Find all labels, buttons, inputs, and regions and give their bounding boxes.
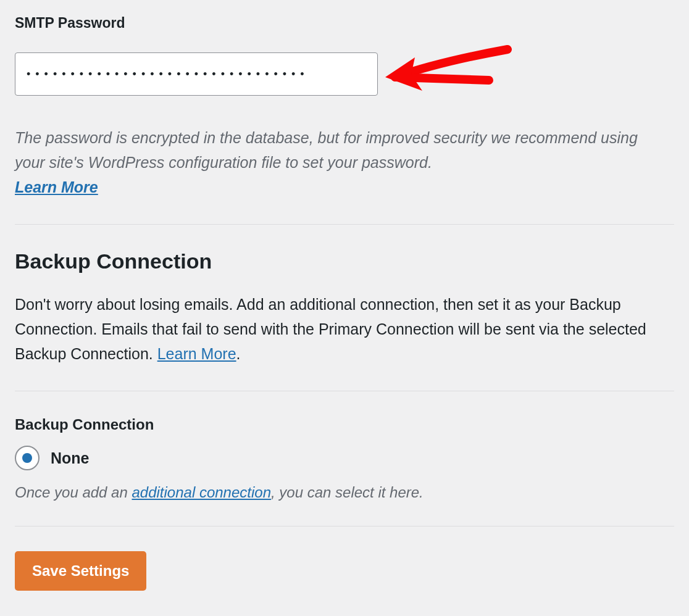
additional-connection-link[interactable]: additional connection <box>132 484 271 501</box>
backup-connection-field-label: Backup Connection <box>15 416 674 433</box>
section-divider <box>15 224 674 225</box>
arrow-annotation-icon <box>384 40 520 108</box>
section-divider <box>15 526 674 527</box>
backup-connection-heading: Backup Connection <box>15 249 674 273</box>
backup-desc-post: . <box>236 345 241 362</box>
smtp-password-row <box>15 40 674 108</box>
backup-option-none-row[interactable]: None <box>15 446 674 470</box>
backup-learn-more-link[interactable]: Learn More <box>157 345 236 362</box>
backup-help-post: , you can select it here. <box>271 484 424 501</box>
backup-desc-pre: Don't worry about losing emails. Add an … <box>15 296 646 362</box>
save-settings-button[interactable]: Save Settings <box>15 551 146 591</box>
backup-help-pre: Once you add an <box>15 484 132 501</box>
backup-help-text: Once you add an additional connection, y… <box>15 484 674 501</box>
radio-selected-icon <box>22 453 32 463</box>
smtp-password-label: SMTP Password <box>15 15 674 31</box>
smtp-learn-more-link[interactable]: Learn More <box>15 175 98 199</box>
smtp-password-help-text: The password is encrypted in the databas… <box>15 129 638 171</box>
section-divider <box>15 391 674 391</box>
radio-label-none: None <box>51 449 90 467</box>
smtp-password-help: The password is encrypted in the databas… <box>15 125 669 199</box>
smtp-password-input[interactable] <box>15 52 378 96</box>
radio-button-none[interactable] <box>15 446 40 470</box>
backup-connection-description: Don't worry about losing emails. Add an … <box>15 292 674 366</box>
